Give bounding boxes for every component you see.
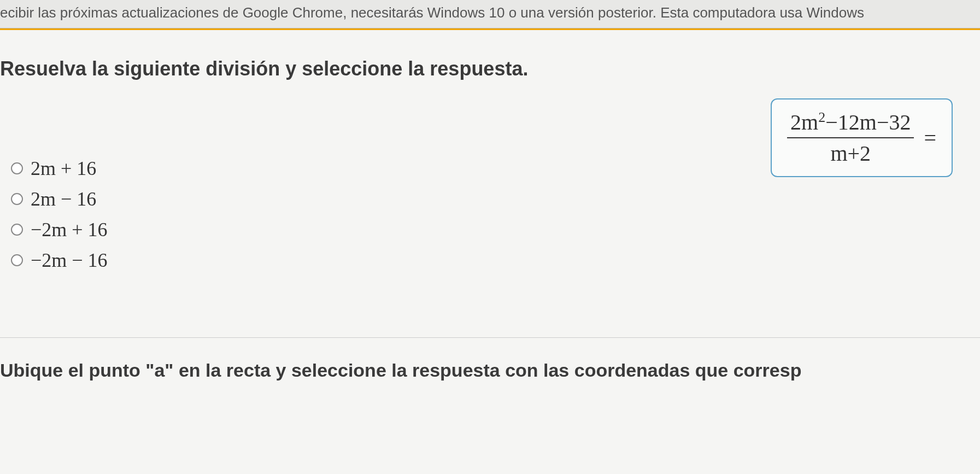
browser-notification-bar: ecibir las próximas actualizaciones de G… — [0, 0, 980, 28]
option-label: −2m + 16 — [31, 218, 108, 241]
notification-text: ecibir las próximas actualizaciones de G… — [0, 4, 864, 21]
question-title: Resuelva la siguiente división y selecci… — [0, 57, 980, 80]
equals-sign: = — [924, 125, 936, 151]
fraction: 2m2−12m−32 m+2 — [787, 109, 914, 166]
radio-icon[interactable] — [11, 162, 23, 174]
num-part-b: −12m−32 — [825, 110, 911, 134]
option-3[interactable]: −2m + 16 — [11, 218, 980, 241]
num-part-a: 2m — [790, 110, 818, 134]
next-question-title: Ubique el punto "a" en la recta y selecc… — [0, 360, 980, 381]
denominator: m+2 — [787, 137, 914, 166]
section-divider — [0, 337, 980, 338]
option-2[interactable]: 2m − 16 — [11, 188, 980, 210]
radio-icon[interactable] — [11, 193, 23, 205]
formula-box: 2m2−12m−32 m+2 = — [771, 98, 953, 177]
num-exponent: 2 — [818, 109, 825, 125]
radio-icon[interactable] — [11, 224, 23, 236]
radio-icon[interactable] — [11, 254, 23, 266]
numerator: 2m2−12m−32 — [787, 109, 914, 137]
question-content: Resuelva la siguiente división y selecci… — [0, 30, 980, 381]
option-4[interactable]: −2m − 16 — [11, 249, 980, 272]
option-label: 2m + 16 — [31, 157, 96, 180]
option-label: 2m − 16 — [31, 188, 96, 210]
option-label: −2m − 16 — [31, 249, 108, 272]
